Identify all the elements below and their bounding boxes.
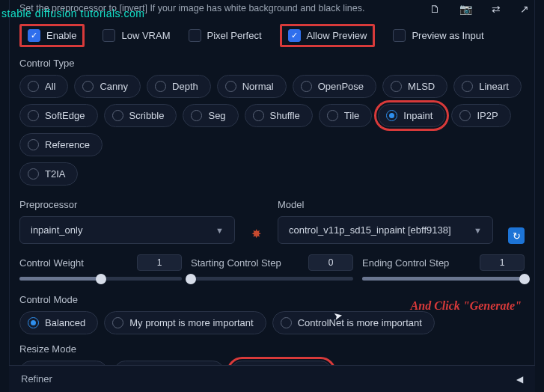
- control-type-label: T2IA: [45, 168, 65, 180]
- control-type-label: MLSD: [408, 81, 435, 92]
- allow-preview-label: Allow Preview: [307, 30, 367, 41]
- starting-step-value[interactable]: 0: [308, 254, 353, 271]
- control-type-label: OpenPose: [318, 81, 364, 92]
- control-type-normal[interactable]: Normal: [217, 75, 287, 98]
- explosion-icon[interactable]: ✸: [250, 227, 263, 244]
- control-mode-controlnet-is-more-important[interactable]: ControlNet is more important: [272, 311, 435, 334]
- control-type-label: Shuffle: [270, 110, 300, 121]
- control-type-label: Normal: [242, 81, 274, 92]
- enable-label: Enable: [46, 30, 76, 41]
- control-type-label: Canny: [100, 81, 128, 92]
- control-type-softedge[interactable]: SoftEdge: [19, 104, 98, 127]
- control-type-label: All: [45, 81, 55, 92]
- control-weight-label: Control Weight: [19, 257, 84, 269]
- control-type-mlsd[interactable]: MLSD: [382, 75, 447, 98]
- top-icon-row: 🗋 📷 ⇄ ↗: [430, 3, 529, 15]
- check-icon: [189, 29, 201, 42]
- swap-icon[interactable]: ⇄: [492, 3, 501, 15]
- control-mode-label: Balanced: [45, 317, 85, 328]
- control-mode-label: ControlNet is more important: [298, 317, 422, 328]
- low-vram-label: Low VRAM: [121, 30, 170, 41]
- control-type-all[interactable]: All: [19, 75, 68, 98]
- control-type-depth[interactable]: Depth: [147, 75, 211, 98]
- control-weight-slider[interactable]: [19, 277, 182, 281]
- model-select[interactable]: control_v11p_sd15_inpaint [ebff9138] ▼: [278, 216, 493, 244]
- control-mode-my-prompt-is-more-important[interactable]: My prompt is more important: [104, 311, 266, 334]
- control-type-label: Control Type: [19, 58, 525, 69]
- send-icon[interactable]: ↗: [520, 3, 529, 15]
- radio-icon: [28, 317, 39, 328]
- radio-icon: [301, 81, 312, 92]
- control-type-label: IP2P: [477, 110, 498, 121]
- radio-icon: [459, 110, 471, 121]
- control-weight-value[interactable]: 1: [137, 254, 182, 271]
- control-type-label: Inpaint: [403, 110, 433, 121]
- radio-icon: [281, 317, 292, 328]
- ending-step-slider[interactable]: [362, 277, 525, 281]
- control-type-label: Reference: [45, 139, 90, 150]
- control-type-label: Tile: [344, 110, 359, 121]
- refiner-label: Refiner: [21, 373, 52, 385]
- control-type-label: Lineart: [479, 81, 509, 92]
- radio-icon: [391, 81, 402, 92]
- radio-icon: [191, 110, 202, 121]
- radio-icon: [28, 139, 39, 150]
- allow-preview-checkbox[interactable]: ✓ Allow Preview: [288, 29, 367, 42]
- control-type-reference[interactable]: Reference: [19, 133, 103, 156]
- watermark: stable diffusion tutorials.com: [1, 7, 144, 19]
- control-type-label: Seg: [208, 110, 225, 121]
- radio-icon: [112, 110, 123, 121]
- camera-icon[interactable]: 📷: [459, 3, 472, 15]
- refresh-button[interactable]: ↻: [508, 227, 525, 244]
- control-type-inpaint[interactable]: Inpaint: [378, 104, 445, 127]
- preview-as-input-label: Preview as Input: [412, 30, 483, 41]
- check-icon: [393, 29, 406, 42]
- check-icon: ✓: [28, 29, 40, 42]
- control-type-openpose[interactable]: OpenPose: [293, 75, 376, 98]
- control-mode-label: My prompt is more important: [129, 317, 253, 328]
- control-type-tile[interactable]: Tile: [319, 104, 372, 127]
- file-icon[interactable]: 🗋: [430, 3, 440, 15]
- enable-checkbox[interactable]: ✓ Enable: [28, 29, 76, 42]
- ending-step-label: Ending Control Step: [362, 257, 449, 269]
- chevron-down-icon: ▼: [474, 226, 482, 235]
- radio-icon: [386, 110, 397, 121]
- radio-icon: [28, 110, 39, 121]
- control-type-label: SoftEdge: [45, 110, 85, 121]
- radio-icon: [155, 81, 166, 92]
- control-type-t2ia[interactable]: T2IA: [19, 162, 78, 186]
- low-vram-checkbox[interactable]: Low VRAM: [103, 29, 170, 42]
- control-type-lineart[interactable]: Lineart: [453, 75, 522, 98]
- control-type-seg[interactable]: Seg: [183, 104, 238, 127]
- preprocessor-value: inpaint_only: [31, 224, 82, 236]
- ending-step-value[interactable]: 1: [480, 254, 525, 271]
- preview-as-input-checkbox[interactable]: Preview as Input: [393, 29, 483, 42]
- refiner-accordion[interactable]: Refiner ◀: [9, 365, 535, 392]
- control-type-ip2p[interactable]: IP2P: [451, 104, 510, 127]
- caret-left-icon: ◀: [516, 374, 523, 385]
- radio-icon: [28, 168, 39, 180]
- control-mode-balanced[interactable]: Balanced: [19, 311, 98, 334]
- radio-icon: [112, 317, 123, 328]
- chevron-down-icon: ▼: [216, 226, 224, 235]
- radio-icon: [28, 81, 39, 92]
- control-type-canny[interactable]: Canny: [74, 75, 141, 98]
- starting-step-slider[interactable]: [191, 277, 353, 281]
- control-type-scribble[interactable]: Scribble: [104, 104, 177, 127]
- model-value: control_v11p_sd15_inpaint [ebff9138]: [289, 224, 451, 236]
- radio-icon: [225, 81, 236, 92]
- control-type-shuffle[interactable]: Shuffle: [245, 104, 313, 127]
- pixel-perfect-checkbox[interactable]: Pixel Perfect: [189, 29, 262, 42]
- resize-mode-label: Resize Mode: [19, 343, 525, 355]
- radio-icon: [253, 110, 264, 121]
- radio-icon: [82, 81, 94, 92]
- preprocessor-label: Preprocessor: [19, 199, 235, 210]
- radio-icon: [462, 81, 473, 92]
- pixel-perfect-label: Pixel Perfect: [207, 30, 262, 41]
- control-type-label: Scribble: [129, 110, 165, 121]
- check-icon: [103, 29, 115, 42]
- starting-step-label: Starting Control Step: [191, 257, 281, 269]
- model-label: Model: [278, 199, 493, 210]
- preprocessor-select[interactable]: inpaint_only ▼: [19, 216, 235, 244]
- annotation-generate: And Click "Generate": [411, 299, 522, 313]
